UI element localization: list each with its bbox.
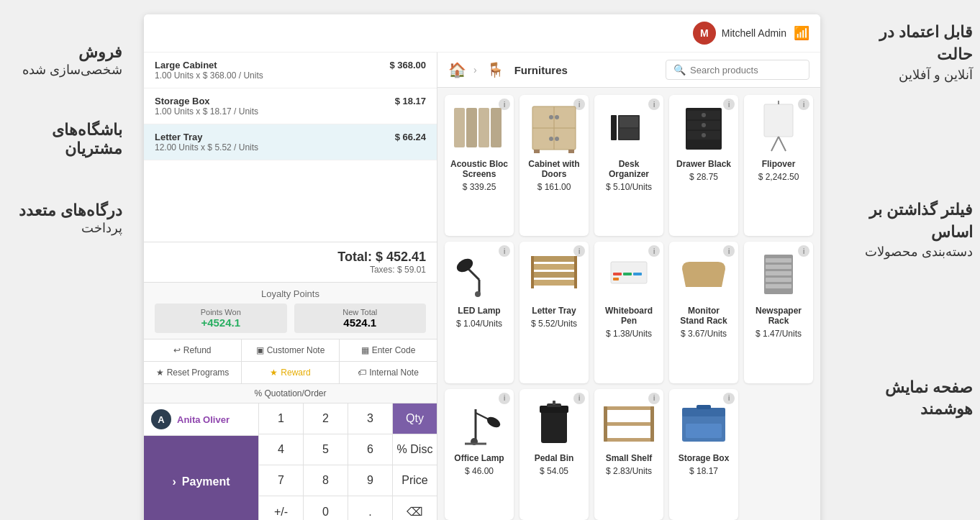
product-card-4[interactable]: iFlipover$ 2,242.50 [744,95,813,236]
svg-point-22 [702,123,706,127]
product-card-5[interactable]: iLED Lamp$ 1.04/Units [445,242,514,383]
product-card-10[interactable]: iOffice Lamp$ 46.00 [445,389,514,520]
left-sidebar-title-3: درگاه‌های متعدد [7,201,122,220]
item-price-1: $ 368.00 [389,60,426,70]
numpad-key-4[interactable]: 4 [259,434,304,465]
svg-rect-2 [478,108,489,147]
numpad-key---disc[interactable]: % Disc [393,434,437,465]
right-sidebar-block-1: قابل اعتماد در حالت آنلاین و آفلاین [858,22,973,84]
new-total-label: New Total [301,308,419,316]
customer-note-button[interactable]: ▣ Customer Note [242,339,340,361]
refund-button[interactable]: ↩ Refund [144,339,242,361]
svg-rect-59 [604,422,654,426]
numpad-key-8[interactable]: 8 [304,465,348,496]
svg-rect-46 [766,271,791,275]
numpad-row-0: 123Qty [259,403,437,434]
product-image-8 [675,247,732,301]
search-input[interactable] [690,65,805,76]
svg-rect-42 [613,278,619,280]
user-info: M Mitchell Admin [693,22,786,45]
svg-rect-12 [568,150,574,153]
right-sidebar-subtitle-1: آنلاین و آفلاین [858,66,973,84]
left-sidebar-subtitle-3: پرداخت [7,220,122,236]
numpad-key----[interactable]: +/- [259,496,304,520]
left-sidebar-title-1: فروش [7,43,122,62]
svg-rect-34 [532,264,576,270]
item-name-3: Letter Tray [155,132,258,142]
svg-rect-0 [454,108,465,147]
product-price-5: $ 1.04/Units [456,319,502,329]
numpad-key-2[interactable]: 2 [304,403,348,434]
home-button[interactable]: 🏠 [448,61,466,78]
svg-line-29 [468,269,479,280]
product-card-9[interactable]: iNewspaper Rack$ 1.47/Units [744,242,813,383]
order-item-2[interactable]: Storage Box 1.00 Units x $ 18.17 / Units… [144,88,437,124]
svg-rect-40 [623,273,632,275]
left-sidebar: فروش شخصی‌سازی شده باشگاه‌های مشتریان در… [7,43,122,279]
product-card-0[interactable]: iAcoustic Bloc Screens$ 339.25 [445,95,514,236]
product-grid: iAcoustic Bloc Screens$ 339.25iCabinet w… [437,88,820,520]
item-price-2: $ 18.17 [395,96,426,106]
product-price-10: $ 46.00 [465,466,494,476]
order-item-1[interactable]: Large Cabinet 1.00 Units x $ 368.00 / Un… [144,53,437,88]
total-section: Total: $ 452.41 Taxes: $ 59.01 [144,242,437,282]
svg-rect-36 [531,256,534,288]
product-price-9: $ 1.47/Units [756,329,802,339]
svg-rect-45 [766,265,791,269]
quotation-line[interactable]: % Quotation/Order [144,383,437,403]
numpad-key-7[interactable]: 7 [259,465,304,496]
numpad-row-3: +/-0.⌫ [259,496,437,520]
numpad-key-6[interactable]: 6 [348,434,393,465]
numpad-key-0[interactable]: 0 [304,496,348,520]
svg-rect-32 [532,280,576,286]
product-name-3: Drawer Black [676,159,731,169]
action-buttons-row1: ↩ Refund ▣ Customer Note ▦ Enter Code [144,339,437,361]
reward-button[interactable]: ★ Reward [242,362,340,383]
product-card-3[interactable]: iDrawer Black$ 28.75 [669,95,738,236]
numpad-grid: 123Qty456% Disc789Price+/-0.⌫ [259,403,437,520]
numpad-key-5[interactable]: 5 [304,434,348,465]
product-card-8[interactable]: iMonitor Stand Rack$ 3.67/Units [669,242,738,383]
product-name-5: LED Lamp [458,306,500,316]
taxes-amount: Taxes: $ 59.01 [155,265,426,275]
numpad-key-9[interactable]: 9 [348,465,393,496]
product-price-3: $ 28.75 [689,172,718,182]
total-amount: Total: $ 452.41 [155,250,426,265]
product-price-12: $ 2.83/Units [606,466,652,476]
numpad-key-price[interactable]: Price [393,465,437,496]
action-buttons-row2: ★ Reset Programs ★ Reward 🏷 Internal Not… [144,361,437,383]
numpad-row-2: 789Price [259,465,437,496]
points-won-box: Points Won +4524.1 [155,304,287,333]
numpad-key-3[interactable]: 3 [348,403,393,434]
order-item-3[interactable]: Letter Tray 12.00 Units x $ 5.52 / Units… [144,124,437,160]
product-card-7[interactable]: iWhiteboard Pen$ 1.38/Units [594,242,663,383]
points-won-label: Points Won [162,308,280,316]
numpad-key--[interactable]: ⌫ [393,496,437,520]
content-area: Large Cabinet 1.00 Units x $ 368.00 / Un… [144,53,820,520]
item-name-1: Large Cabinet [155,60,263,70]
product-card-12[interactable]: iSmall Shelf$ 2.83/Units [594,389,663,520]
main-container: M Mitchell Admin 📶 Large Cabinet 1.00 Un… [144,14,820,520]
reset-programs-button[interactable]: ★ Reset Programs [144,362,242,383]
numpad-key-1[interactable]: 1 [259,403,304,434]
product-card-1[interactable]: iCabinet with Doors$ 161.00 [520,95,589,236]
internal-note-button[interactable]: 🏷 Internal Note [340,362,437,383]
product-card-11[interactable]: iPedal Bin$ 54.05 [520,389,589,520]
username: Mitchell Admin [722,27,786,39]
product-image-4 [750,101,807,155]
customer-area: A Anita Oliver › Payment [144,403,259,520]
reset-icon: ★ [156,368,164,378]
product-card-6[interactable]: iLetter Tray$ 5.52/Units [520,242,589,383]
customer-row[interactable]: A Anita Oliver [144,403,258,436]
product-card-2[interactable]: iDesk Organizer$ 5.10/Units [594,95,663,236]
customer-avatar: A [151,409,171,429]
numpad-key-qty[interactable]: Qty [393,403,437,434]
enter-code-button[interactable]: ▦ Enter Code [340,339,437,361]
product-card-13[interactable]: iStorage Box$ 18.17 [669,389,738,520]
svg-point-10 [555,137,559,141]
search-icon: 🔍 [673,64,686,76]
left-panel: Large Cabinet 1.00 Units x $ 368.00 / Un… [144,53,437,520]
svg-line-26 [779,137,786,151]
numpad-key--[interactable]: . [348,496,393,520]
payment-button[interactable]: › Payment [144,436,258,520]
